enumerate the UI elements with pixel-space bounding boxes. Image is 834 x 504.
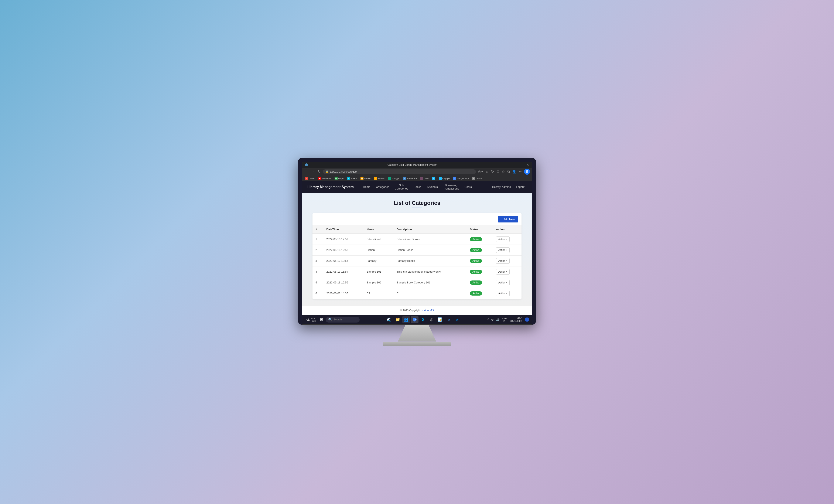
status-badge: Active (470, 281, 482, 285)
bookmark-kaggle-label: Kaggle (442, 177, 449, 180)
bookmark-maps[interactable]: M Maps (333, 177, 345, 180)
extensions-button[interactable]: ⧉ (506, 169, 510, 174)
taskbar-app-edge[interactable]: 🌊 (385, 316, 393, 323)
col-header-description: Description (394, 225, 467, 234)
status-badge: Active (470, 248, 482, 252)
bookmark-pixels[interactable]: P Pixels (346, 177, 358, 180)
bookmark-peace[interactable]: ☮ peace (471, 177, 483, 180)
page-footer: © 2023 Copyright: oretnom23 (302, 306, 532, 315)
search-input[interactable] (334, 318, 355, 321)
taskbar-app-chrome[interactable] (411, 316, 418, 323)
taskbar-app-skype[interactable]: S (419, 316, 427, 323)
back-button[interactable]: ← (304, 169, 309, 174)
action-button[interactable]: Action (496, 280, 510, 285)
bookmark-button[interactable]: ☆ (501, 169, 506, 174)
taskbar-app-teams[interactable]: 👥 (402, 316, 410, 323)
search-bar[interactable]: 🔍 (326, 317, 360, 323)
cell-action: Action (493, 288, 522, 299)
chatgpt-icon: C (388, 177, 391, 180)
app-nav-links: Home Categories SubCategories Books Stud… (360, 181, 490, 192)
action-button[interactable]: Action (496, 247, 510, 253)
action-button[interactable]: Action (496, 291, 510, 296)
bookmark-k[interactable]: k (431, 177, 437, 180)
taskbar-app-edge2[interactable]: e (445, 316, 453, 323)
address-bar[interactable]: 🔒 (323, 169, 476, 174)
monitor-stand (398, 325, 436, 342)
split-button[interactable]: ⊡ (496, 169, 500, 174)
weather-icon: 🌤 (306, 317, 310, 322)
cell-action: Action (493, 256, 522, 266)
table-actions-bar: + Add New (312, 213, 522, 225)
footer-link[interactable]: oretnom23 (421, 309, 434, 312)
notification-button[interactable]: 1 (525, 317, 529, 322)
taskbar-app-notepad[interactable]: 📝 (436, 316, 444, 323)
table-row: 3 2022-05-13 12:54 Fantasy Fantasy Books… (312, 256, 522, 266)
taskbar-app-file-explorer[interactable]: 📁 (394, 316, 401, 323)
monitor-screen: Category List | Library Managament Syste… (302, 162, 532, 325)
refresh2-button[interactable]: ↻ (490, 169, 495, 174)
bookmark-odoo-label: odoo (424, 177, 429, 180)
peace-icon: ☮ (472, 177, 475, 180)
app-brand: Library Managament System (307, 185, 354, 189)
cell-datetime: 2022-05-13 12:54 (323, 256, 364, 266)
add-new-button[interactable]: + Add New (498, 216, 518, 222)
cell-id: 3 (312, 256, 323, 266)
bookmark-admin[interactable]: ⚙ admin (359, 177, 372, 180)
cell-id: 4 (312, 266, 323, 277)
nav-students[interactable]: Students (424, 181, 440, 192)
minimize-button[interactable]: ─ (517, 163, 520, 167)
nav-logout[interactable]: Logout (514, 181, 527, 192)
cell-action: Action (493, 245, 522, 256)
url-input[interactable] (330, 170, 473, 173)
bookmark-admin-label: admin (364, 177, 371, 180)
bookmark-vendor[interactable]: V vendor (373, 177, 386, 180)
col-header-id: # (312, 225, 323, 234)
tray-network[interactable]: ⊙ (490, 317, 495, 322)
nav-home[interactable]: Home (360, 181, 373, 192)
search-icon: 🔍 (328, 317, 332, 322)
bookmark-chatgpt[interactable]: C chatgpt (387, 177, 401, 180)
nav-borrowing[interactable]: BorrowingTransactions (441, 181, 462, 192)
bing-button[interactable]: B (524, 169, 530, 175)
cell-name: Fantasy (364, 256, 394, 266)
favorites-button[interactable]: ☆ (485, 169, 489, 174)
start-button[interactable]: ⊞ (319, 316, 324, 323)
translate-button[interactable]: A⇄ (477, 169, 484, 174)
page-title-section: List of Categories (312, 200, 522, 208)
restore-button[interactable]: □ (522, 163, 525, 167)
app-nav-right: Howdy, admin3 Logout (490, 181, 527, 192)
stellarium-icon: S (403, 177, 406, 180)
bookmark-youtube[interactable]: ▶ YouTube (317, 177, 332, 180)
cell-status: Active (467, 245, 493, 256)
cell-status: Active (467, 234, 493, 245)
bookmark-googlesky[interactable]: G Google Sky (452, 177, 470, 180)
refresh-button[interactable]: ↻ (317, 169, 322, 174)
action-button[interactable]: Action (496, 269, 510, 275)
cell-id: 2 (312, 245, 323, 256)
clock-widget: 11:54 04-07-2023 (509, 316, 524, 323)
footer-text: © 2023 Copyright: (400, 309, 421, 312)
nav-books[interactable]: Books (411, 181, 424, 192)
nav-categories[interactable]: Categories (373, 181, 392, 192)
taskbar-center: 🌊 📁 👥 S ◎ 📝 e ◈ (361, 316, 486, 323)
close-button[interactable]: ✕ (526, 163, 529, 167)
nav-users[interactable]: Users (462, 181, 474, 192)
title-bar: Category List | Library Managament Syste… (302, 162, 532, 168)
tray-chevron[interactable]: ^ (487, 317, 490, 322)
more-button[interactable]: ⋯ (518, 169, 523, 174)
bookmark-stellarium[interactable]: S Stellarium (401, 177, 418, 180)
nav-subcategories[interactable]: SubCategories (392, 181, 411, 192)
gmail-icon: M (305, 177, 308, 180)
profile-button[interactable]: 👤 (511, 169, 517, 174)
taskbar-app-app7[interactable]: ◎ (428, 316, 436, 323)
bookmark-gmail[interactable]: M Gmail (304, 177, 316, 180)
action-button[interactable]: Action (496, 258, 510, 264)
bookmark-kaggle[interactable]: K Kaggle (437, 177, 451, 180)
tray-volume[interactable]: 🔊 (495, 317, 500, 322)
forward-button[interactable]: → (310, 169, 316, 174)
action-button[interactable]: Action (496, 237, 510, 242)
taskbar-app-vscode[interactable]: ◈ (453, 316, 461, 323)
table-body: 1 2022-05-13 12:52 Educational Education… (312, 234, 522, 299)
bookmark-odoo[interactable]: O odoo (419, 177, 430, 180)
cell-name: Educational (364, 234, 394, 245)
